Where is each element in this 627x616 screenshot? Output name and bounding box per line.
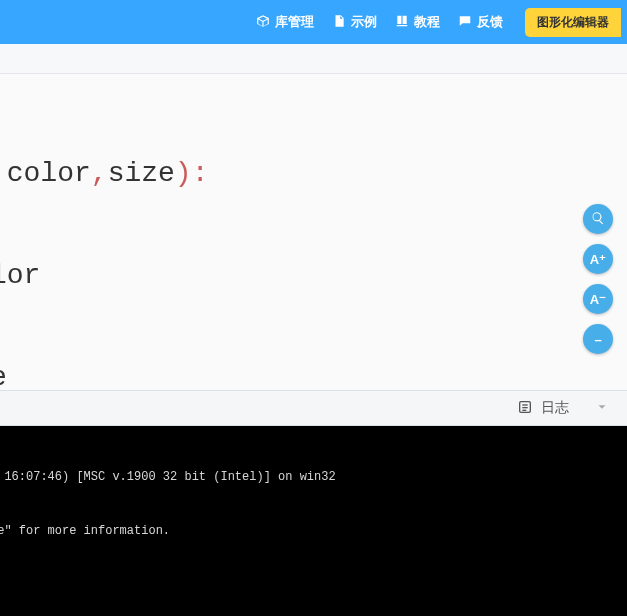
font-up-icon: A⁺ (590, 252, 606, 267)
nav-example-label: 示例 (351, 13, 377, 31)
book-icon (395, 14, 409, 31)
nav-library-label: 库管理 (275, 13, 314, 31)
terminal-line: 16:07:46) [MSC v.1900 32 bit (Intel)] on… (0, 468, 627, 486)
code-editor[interactable]: color,size): lor e or+'色'+':'+str(self.s… (0, 74, 627, 390)
chevron-down-icon (595, 401, 609, 417)
terminal-output[interactable]: 16:07:46) [MSC v.1900 32 bit (Intel)] on… (0, 426, 627, 616)
dash-icon: – (594, 332, 601, 347)
nav-feedback[interactable]: 反馈 (458, 13, 503, 31)
font-decrease-button[interactable]: A⁻ (583, 284, 613, 314)
nav-feedback-label: 反馈 (477, 13, 503, 31)
nav-tutorial[interactable]: 教程 (395, 13, 440, 31)
font-increase-button[interactable]: A⁺ (583, 244, 613, 274)
log-title: 日志 (541, 399, 569, 417)
nav-tutorial-label: 教程 (414, 13, 440, 31)
log-collapse-toggle[interactable] (595, 400, 609, 417)
list-icon (517, 399, 533, 418)
terminal-line: se" for more information. (0, 522, 627, 540)
top-navbar: 库管理 示例 教程 反馈 图形化编辑器 (0, 0, 627, 44)
nav-example[interactable]: 示例 (332, 13, 377, 31)
cube-icon (256, 14, 270, 31)
chat-icon (458, 14, 472, 31)
font-down-icon: A⁻ (590, 292, 606, 307)
search-icon (591, 211, 605, 228)
log-panel-header: 日志 (0, 390, 627, 426)
code-content: color,size): lor e or+'色'+':'+str(self.s… (0, 74, 627, 390)
document-icon (332, 14, 346, 31)
editor-float-toolbar: A⁺ A⁻ – (583, 204, 613, 354)
nav-library[interactable]: 库管理 (256, 13, 314, 31)
graphic-editor-button[interactable]: 图形化编辑器 (525, 8, 621, 37)
editor-toolbar (0, 44, 627, 74)
search-button[interactable] (583, 204, 613, 234)
collapse-button[interactable]: – (583, 324, 613, 354)
graphic-editor-label: 图形化编辑器 (537, 15, 609, 29)
